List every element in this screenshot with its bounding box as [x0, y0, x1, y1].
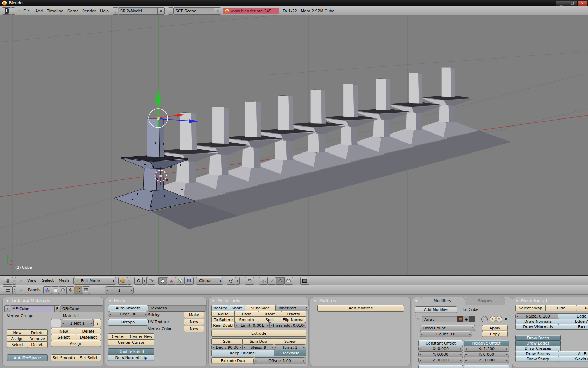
autotexspace-toggle[interactable]: AutoTexSpace [7, 354, 48, 361]
viewport-3d[interactable]: x z (1) Cube [0, 15, 588, 275]
modifier-copy-button[interactable]: Copy [482, 331, 508, 337]
mesh-browse-button[interactable]: ▴▾ [4, 305, 10, 312]
screen-browse-button[interactable]: ▴▾ [113, 7, 118, 15]
editor-type-spinner[interactable]: ▴▾ [12, 277, 16, 285]
material-assign-button[interactable]: Assign [51, 340, 101, 347]
object-name-field[interactable]: OB:Cube [60, 305, 103, 312]
editing-context-button[interactable] [74, 286, 82, 294]
short-toggle[interactable]: Short [229, 305, 245, 311]
panel-link-header[interactable]: ▼Link and Materials [3, 297, 50, 304]
scale-manipulator-toggle[interactable] [184, 277, 194, 285]
snap-button[interactable] [245, 277, 254, 285]
collapse-triangle-icon[interactable]: ▼ [6, 299, 9, 302]
frame-number-stepper[interactable]: 1 [105, 286, 134, 294]
merge-toggle-clipped[interactable] [464, 365, 509, 368]
hide-button[interactable]: Hide [545, 305, 577, 311]
no-vnormal-flip-toggle[interactable]: No V.Normal Flip [108, 354, 154, 361]
vertex-dot[interactable] [151, 206, 152, 207]
restore-button[interactable]: ❐ [567, 1, 578, 6]
modifier-name-field[interactable]: Array [422, 316, 460, 322]
modifier-editmode-toggle[interactable] [469, 316, 475, 322]
panels-menu[interactable]: Panels [28, 285, 40, 294]
mode-dropdown[interactable]: ▲ Edit Mode [74, 277, 116, 285]
limit-stepper[interactable]: Limit: 0.001 [234, 322, 270, 328]
modifier-render-toggle[interactable] [457, 316, 463, 322]
edge-select-mode[interactable] [267, 277, 276, 285]
logic-context-button[interactable] [43, 286, 51, 294]
vgroup-select-button[interactable]: Select [7, 341, 28, 348]
script-context-button[interactable] [51, 286, 59, 294]
set-smooth-button[interactable]: Set Smooth [51, 354, 76, 361]
vertex-dot[interactable] [166, 179, 168, 181]
translate-manipulator-toggle[interactable]: ▲ [167, 277, 176, 285]
panel-mesh-header[interactable]: ▼Mesh [105, 297, 125, 304]
gizmo-y-arrow[interactable] [155, 90, 161, 103]
object-offset-toggle-clipped[interactable] [418, 365, 463, 368]
threshold-stepper[interactable]: Threshold: 0.010 [270, 322, 306, 328]
version-badge[interactable]: www.blender.org 245 [223, 8, 279, 14]
tab-shapes[interactable]: Shapes [465, 297, 505, 305]
vertex-dot[interactable] [144, 164, 146, 165]
material-help-button[interactable]: ? [94, 319, 101, 327]
reveal-button[interactable]: Rev [576, 305, 588, 311]
draw-vnormals-toggle[interactable]: Draw VNormals [515, 324, 561, 330]
buttons-collapse-icon[interactable]: ▽ [20, 288, 22, 292]
tab-modifiers[interactable]: ▼ Modifiers [420, 297, 465, 305]
modifier-delete-icon[interactable]: ✕ [504, 316, 508, 322]
buttons-editor-spinner[interactable]: ▴▾ [12, 286, 16, 294]
editor-type-button[interactable] [3, 277, 12, 285]
modifier-realtime-toggle[interactable]: + [463, 316, 469, 322]
modifier-move-down-button[interactable]: ∨ [496, 316, 502, 322]
collapse-triangle-icon[interactable]: ▼ [415, 299, 418, 303]
vertex-dot[interactable] [170, 206, 171, 208]
vertex-dot[interactable] [181, 189, 183, 190]
sticky-make-button[interactable]: Make [184, 312, 204, 318]
menu-game[interactable]: Game [67, 6, 79, 15]
panel-mesh-tools-1-header[interactable]: ▼Mesh Tools 1 [512, 297, 548, 304]
face-area-toggle[interactable]: Face Ar [558, 324, 588, 330]
screen-delete-button[interactable]: ✕ [158, 7, 165, 15]
texmesh-field[interactable]: TexMesh: [148, 305, 206, 312]
degr-stepper[interactable]: Degr: 30 [108, 311, 148, 317]
vertex-dot[interactable] [153, 166, 154, 168]
uv-texture-new-button[interactable]: New [184, 319, 204, 325]
menu-timeline[interactable]: Timeline [47, 6, 63, 15]
scene-delete-button[interactable]: ✕ [214, 7, 221, 15]
set-solid-button[interactable]: Set Solid [76, 354, 101, 361]
render-preview-button[interactable] [300, 277, 309, 285]
window-type-button[interactable]: i [2, 7, 11, 15]
collapse-triangle-icon[interactable]: ▼ [314, 299, 316, 302]
proportional-edit-spinner[interactable]: ▴▾ [236, 277, 240, 285]
object-context-button[interactable] [66, 286, 75, 294]
menu-render[interactable]: Render [82, 6, 96, 15]
draw-type-spinner[interactable]: ▴▾ [127, 277, 131, 285]
modifier-move-up-button[interactable]: ∧ [490, 316, 496, 322]
add-multires-button[interactable]: Add Multires [317, 305, 404, 312]
scene-name-field[interactable]: SCE:Scene [173, 7, 216, 15]
beauty-toggle[interactable]: Beauty [211, 305, 229, 311]
face-select-mode[interactable] [276, 277, 285, 285]
minimize-button[interactable]: ▁ [556, 1, 567, 6]
vertex-dot[interactable] [132, 199, 133, 200]
menu-file[interactable]: File [23, 6, 30, 15]
center-cursor-button[interactable]: Center Cursor [108, 339, 154, 346]
select-swap-button[interactable]: Select Swap [515, 305, 546, 311]
rem-doubles-button[interactable]: Rem Doubl [211, 322, 235, 328]
collapse-triangle-icon[interactable]: ▼ [516, 299, 518, 302]
vertex-dot[interactable] [164, 195, 165, 197]
vertex-dot[interactable] [155, 142, 156, 144]
manipulator-hand-toggle[interactable] [158, 277, 167, 285]
vertex-dot[interactable] [137, 193, 138, 195]
manipulator-toggle[interactable] [147, 277, 155, 285]
material-index-stepper[interactable]: 1 Mat 1 [61, 319, 94, 327]
array-copies[interactable] [147, 67, 511, 221]
modifier-expand-icon[interactable]: ▽ [417, 317, 419, 320]
vgroup-deselect-button[interactable]: Desel. [27, 341, 48, 348]
occlude-geometry-toggle[interactable] [284, 277, 293, 285]
modifier-oncage-toggle[interactable] [481, 316, 488, 322]
pivot-spinner[interactable]: ▴▾ [142, 277, 147, 285]
subdivide-button[interactable]: Subdivide [245, 305, 276, 311]
extrude-button[interactable]: Extrude [211, 330, 306, 337]
proportional-edit-button[interactable] [227, 277, 236, 285]
material-color-swatch[interactable] [51, 319, 61, 327]
